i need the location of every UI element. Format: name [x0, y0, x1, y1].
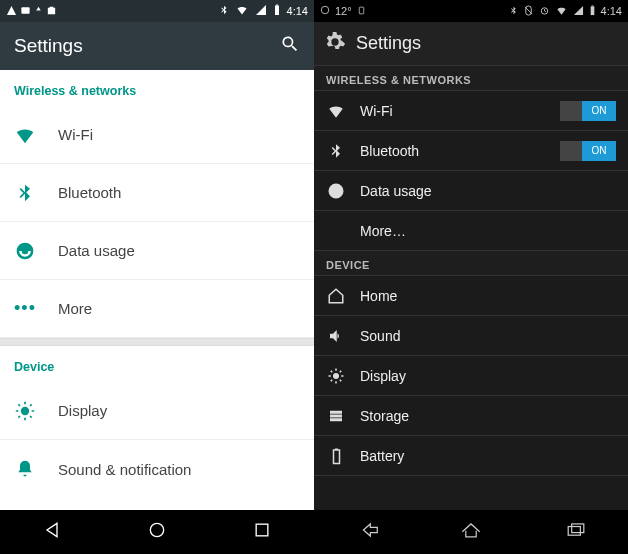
- wifi-toggle[interactable]: ON: [560, 101, 616, 121]
- status-bar: 12° 4:14: [314, 0, 628, 22]
- row-wifi[interactable]: Wi-Fi ON: [314, 91, 628, 131]
- status-bar: 4:14: [0, 0, 314, 22]
- svg-rect-19: [571, 524, 583, 533]
- wifi-icon: [555, 5, 568, 18]
- row-bluetooth[interactable]: Bluetooth ON: [314, 131, 628, 171]
- app-title: Settings: [356, 33, 421, 54]
- bluetooth-icon: [326, 141, 346, 161]
- toggle-state: ON: [582, 101, 616, 121]
- row-home[interactable]: Home: [314, 276, 628, 316]
- display-icon: [14, 400, 36, 422]
- svg-point-12: [333, 373, 339, 379]
- phone-kitkat: 12° 4:14 Settings WIRELESS & NETWORKS Wi…: [314, 0, 628, 554]
- svg-rect-2: [276, 5, 278, 6]
- row-label: Display: [58, 402, 107, 419]
- app-title: Settings: [14, 35, 280, 57]
- status-time: 4:14: [601, 5, 622, 17]
- row-display[interactable]: Display: [314, 356, 628, 396]
- section-divider: [0, 338, 314, 346]
- section-header-device: DEVICE: [314, 251, 628, 276]
- nav-recents-icon[interactable]: [563, 521, 589, 543]
- section-header-wireless: Wireless & networks: [0, 70, 314, 106]
- row-more[interactable]: ••• More: [0, 280, 314, 338]
- wifi-icon: [235, 4, 249, 18]
- svg-point-6: [321, 6, 329, 14]
- settings-list: Wireless & networks Wi-Fi Bluetooth Data…: [0, 70, 314, 510]
- status-icon: [320, 5, 330, 17]
- row-label: Sound & notification: [58, 461, 191, 478]
- signal-icon: [573, 5, 584, 18]
- nav-home-icon[interactable]: [458, 521, 484, 543]
- gear-icon: [324, 31, 346, 57]
- bell-icon: [14, 458, 36, 480]
- svg-point-4: [150, 523, 163, 536]
- svg-rect-11: [591, 5, 593, 6]
- row-display[interactable]: Display: [0, 382, 314, 440]
- row-label: Home: [360, 288, 616, 304]
- display-icon: [326, 366, 346, 386]
- row-data-usage[interactable]: Data usage: [314, 171, 628, 211]
- nav-recents-icon[interactable]: [252, 520, 272, 544]
- row-label: Display: [360, 368, 616, 384]
- row-more[interactable]: More…: [314, 211, 628, 251]
- svg-rect-5: [256, 524, 268, 536]
- toggle-state: ON: [582, 141, 616, 161]
- row-label: More…: [360, 223, 616, 239]
- row-data-usage[interactable]: Data usage: [0, 222, 314, 280]
- data-usage-icon: [326, 181, 346, 201]
- svg-rect-15: [330, 418, 342, 421]
- row-label: Bluetooth: [58, 184, 121, 201]
- nav-bar: [314, 510, 628, 554]
- row-label: Data usage: [58, 242, 135, 259]
- phone-android-l: 4:14 Settings Wireless & networks Wi-Fi …: [0, 0, 314, 554]
- sound-icon: [326, 326, 346, 346]
- svg-rect-7: [359, 7, 364, 14]
- row-label: Storage: [360, 408, 616, 424]
- row-sound[interactable]: Sound: [314, 316, 628, 356]
- svg-rect-10: [590, 6, 594, 15]
- nav-bar: [0, 510, 314, 554]
- row-bluetooth[interactable]: Bluetooth: [0, 164, 314, 222]
- bluetooth-icon: [14, 182, 36, 204]
- row-label: Wi-Fi: [58, 126, 93, 143]
- status-icon: [357, 5, 366, 18]
- bluetooth-icon: [509, 5, 518, 18]
- row-label: Wi-Fi: [360, 103, 546, 119]
- status-temp: 12°: [335, 5, 352, 17]
- svg-point-3: [21, 406, 29, 414]
- search-icon[interactable]: [280, 34, 300, 58]
- row-wifi[interactable]: Wi-Fi: [0, 106, 314, 164]
- battery-icon: [273, 4, 281, 18]
- bluetooth-toggle[interactable]: ON: [560, 141, 616, 161]
- storage-icon: [326, 406, 346, 426]
- app-bar: Settings: [0, 22, 314, 70]
- row-sound[interactable]: Sound & notification: [0, 440, 314, 498]
- svg-rect-0: [21, 7, 29, 13]
- svg-rect-1: [275, 6, 279, 16]
- nav-home-icon[interactable]: [147, 520, 167, 544]
- nav-back-icon[interactable]: [42, 520, 62, 544]
- svg-rect-18: [568, 527, 580, 536]
- nav-back-icon[interactable]: [353, 521, 379, 543]
- signal-icon: [255, 4, 267, 18]
- svg-rect-16: [333, 450, 339, 464]
- row-battery[interactable]: Battery: [314, 436, 628, 476]
- data-usage-icon: [14, 240, 36, 262]
- spacer-icon: [326, 221, 346, 241]
- row-label: Sound: [360, 328, 616, 344]
- svg-rect-14: [330, 414, 342, 417]
- vibrate-icon: [523, 5, 534, 18]
- row-storage[interactable]: Storage: [314, 396, 628, 436]
- wifi-icon: [14, 124, 36, 146]
- status-time: 4:14: [287, 5, 308, 17]
- section-header-wireless: WIRELESS & NETWORKS: [314, 66, 628, 91]
- section-header-device: Device: [0, 346, 314, 382]
- app-bar: Settings: [314, 22, 628, 66]
- row-label: Bluetooth: [360, 143, 546, 159]
- settings-list: WIRELESS & NETWORKS Wi-Fi ON Bluetooth O…: [314, 66, 628, 510]
- alarm-icon: [539, 5, 550, 18]
- row-label: Battery: [360, 448, 616, 464]
- battery-icon: [326, 446, 346, 466]
- battery-icon: [589, 5, 596, 18]
- bluetooth-icon: [219, 4, 229, 18]
